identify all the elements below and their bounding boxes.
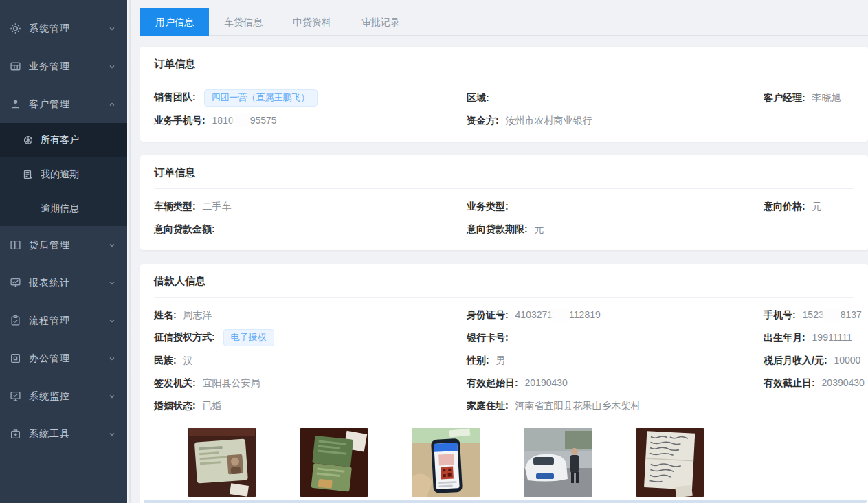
photo-person-with-car[interactable]: 人车合影 (524, 428, 592, 503)
field-label: 客户经理: (764, 92, 805, 103)
photo-id-card-portrait[interactable]: 人像面 (188, 428, 256, 503)
sidebar-item-system-tools[interactable]: 系统工具 (0, 415, 127, 453)
card-title: 借款人信息 (154, 275, 854, 298)
phone-qr-photo-thumbnail (412, 428, 480, 497)
field-label: 业务类型: (467, 201, 509, 212)
field-issuing-authority: 签发机关: 宜阳县公安局 (154, 377, 467, 390)
chevron-down-icon (108, 241, 116, 249)
field-value: 20190430 (525, 377, 568, 388)
field-label: 区域: (467, 92, 489, 103)
chevron-down-icon (108, 63, 116, 71)
field-value: 10000 (834, 355, 860, 366)
field-home-address: 家庭住址: 河南省宜阳县花果山乡木柴村 (467, 400, 764, 412)
sidebar-item-label: 我的逾期 (41, 168, 79, 181)
redaction-mask (553, 310, 569, 319)
tab-label: 审批记录 (361, 16, 400, 27)
sidebar-item-label: 办公管理 (29, 353, 108, 365)
field-label: 姓名: (154, 309, 177, 320)
field-label: 出生年月: (764, 332, 805, 343)
field-funder: 资金方: 汝州市农村商业银行 (467, 115, 764, 127)
field-valid-from: 有效起始日: 20190430 (467, 377, 764, 390)
borrower-info-card: 借款人信息 姓名: 周志洋 身份证号: 4103271112819 手机号: 1… (140, 264, 868, 503)
field-valid-to: 有效截止日: 20390430 (764, 377, 865, 390)
sidebar-item-system-management[interactable]: 系统管理 (0, 10, 127, 47)
field-vehicle-type: 车辆类型: 二手车 (154, 201, 467, 213)
field-value: 已婚 (203, 400, 222, 411)
grid-icon (10, 60, 21, 72)
sales-team-tag[interactable]: 四团一营（直属王鹏飞） (204, 89, 318, 107)
field-label: 银行卡号: (467, 332, 509, 343)
field-id-number: 身份证号: 4103271112819 (467, 309, 764, 322)
horizontal-scrollbar[interactable] (144, 500, 867, 503)
tab-label: 用户信息 (155, 16, 194, 27)
sidebar-item-customer-management[interactable]: 客户管理 (0, 85, 127, 123)
field-label: 有效起始日: (467, 377, 518, 388)
sidebar-item-postloan-management[interactable]: 贷后管理 (0, 226, 127, 264)
sidebar-item-label: 流程管理 (29, 315, 108, 327)
field-intent-loan-term: 意向贷款期限: 元 (467, 223, 764, 236)
sidebar-item-all-customers[interactable]: 所有客户 (0, 123, 127, 157)
field-value: 河南省宜阳县花果山乡木柴村 (515, 400, 641, 411)
field-value: 4103271112819 (515, 309, 601, 320)
field-label: 性别: (467, 355, 489, 366)
field-label: 税后月收入/元: (764, 355, 827, 366)
sidebar-item-label: 逾期信息 (41, 203, 79, 215)
sidebar-item-label: 业务管理 (29, 60, 108, 73)
field-business-type: 业务类型: (467, 201, 764, 213)
document-photos: 人像面 (154, 417, 854, 503)
tab-label: 车贷信息 (224, 16, 263, 27)
redaction-mask (234, 115, 250, 124)
license-photo-thumbnail (300, 428, 368, 497)
field-value: 周志洋 (183, 309, 212, 320)
field-bank-card: 银行卡号: (467, 332, 764, 344)
chevron-down-icon (108, 430, 116, 438)
field-value: 181095575 (212, 115, 277, 126)
field-label: 家庭住址: (467, 400, 509, 411)
card-title: 订单信息 (154, 166, 854, 189)
tab-user-info[interactable]: 用户信息 (140, 8, 209, 36)
field-label: 业务手机号: (154, 115, 205, 126)
field-business-phone: 业务手机号: 181095575 (154, 115, 467, 127)
field-region: 区域: (467, 92, 764, 104)
sidebar-item-system-monitor[interactable]: 系统监控 (0, 377, 127, 415)
photo-license-booklet[interactable]: 驾驶证原件 (300, 428, 368, 503)
field-value: 元 (535, 223, 544, 234)
field-label: 民族: (154, 355, 177, 366)
photo-handwritten-document[interactable]: 其他材料 (636, 428, 704, 503)
order-info-card: 订单信息 销售团队: 四团一营（直属王鹏飞） 区域: 客户经理: 李晓旭 (140, 47, 868, 142)
field-label: 身份证号: (467, 309, 509, 320)
field-label: 车辆类型: (154, 201, 196, 212)
sidebar-item-office-management[interactable]: 办公管理 (0, 339, 127, 377)
sidebar-item-label: 系统监控 (29, 390, 108, 403)
sidebar-item-report-statistics[interactable]: 报表统计 (0, 264, 127, 302)
main-content: 用户信息 车贷信息 申贷资料 审批记录 订单信息 销售团队: 四团一营（直属王鹏… (131, 0, 868, 503)
sidebar-item-overdue-info[interactable]: 逾期信息 (0, 192, 127, 226)
vehicle-order-card: 订单信息 车辆类型: 二手车 业务类型: 意向价格: 元 (140, 155, 868, 250)
user-icon (10, 98, 21, 110)
field-marital-status: 婚姻状态: 已婚 (154, 400, 467, 412)
sidebar-item-process-management[interactable]: 流程管理 (0, 302, 127, 339)
field-label: 征信授权方式: (154, 331, 215, 342)
sidebar-item-label: 客户管理 (29, 98, 108, 111)
document-photo-thumbnail (636, 428, 704, 497)
tools-icon (10, 428, 21, 440)
tab-label: 申贷资料 (293, 16, 331, 27)
tab-car-loan-info[interactable]: 车贷信息 (209, 8, 278, 36)
photo-auth-screenshot[interactable]: 授权证明 (412, 428, 480, 503)
sidebar-item-business-management[interactable]: 业务管理 (0, 47, 127, 85)
sidebar-item-my-overdue[interactable]: 我的逾期 (0, 157, 127, 192)
field-mobile: 手机号: 15238137 (764, 309, 862, 322)
credit-auth-tag: 电子授权 (223, 329, 274, 346)
field-value: 汝州市农村商业银行 (506, 115, 592, 126)
field-value: 元 (812, 201, 822, 212)
field-label: 婚姻状态: (154, 400, 196, 411)
field-value: 李晓旭 (812, 92, 841, 103)
tab-loan-application-docs[interactable]: 申贷资料 (278, 8, 346, 36)
book-icon (10, 239, 21, 251)
sidebar-item-label: 系统工具 (29, 428, 108, 440)
field-value: 19911111 (812, 332, 852, 343)
chevron-down-icon (108, 392, 116, 401)
report-icon (10, 277, 21, 289)
card-title: 订单信息 (154, 58, 854, 80)
tab-approval-records[interactable]: 审批记录 (346, 8, 415, 36)
